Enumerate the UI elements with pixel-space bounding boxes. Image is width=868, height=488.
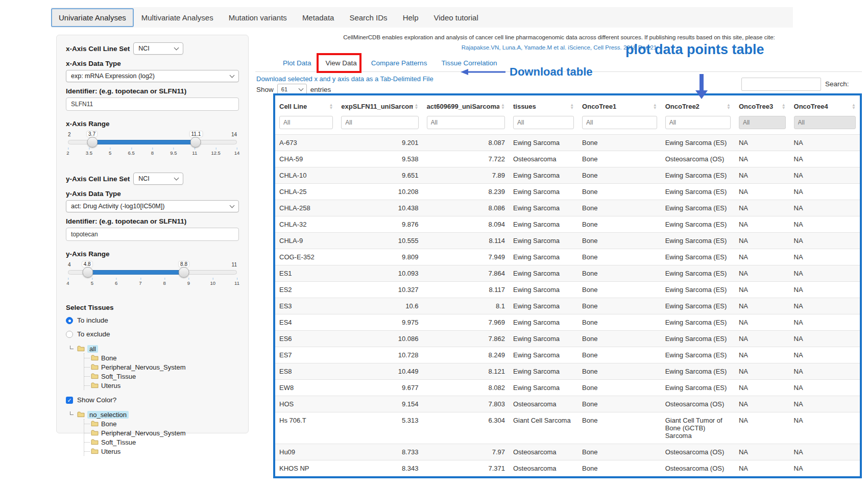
to-exclude-radio[interactable] xyxy=(66,331,73,338)
tab-mutation-variants[interactable]: Mutation variants xyxy=(221,9,295,27)
table-row[interactable]: CHA-599.5387.722OsteosarcomaBoneOsteosar… xyxy=(275,151,860,167)
tab-search-ids[interactable]: Search IDs xyxy=(342,9,395,27)
range-max-label: 11 xyxy=(232,262,237,267)
x-range-slider[interactable]: 2143.711.123.556.589.51112.514 xyxy=(68,132,237,157)
y-identifier-input[interactable] xyxy=(66,228,239,241)
tab-help[interactable]: Help xyxy=(395,9,426,27)
table-row[interactable]: EW89.6778.082Ewing SarcomaBoneEwing Sarc… xyxy=(275,380,860,396)
tree-node-uterus[interactable]: Uterus xyxy=(84,381,239,390)
cell-exp_slfn11: 9.201 xyxy=(337,135,422,151)
download-tab-delimited-link[interactable]: Download selected x and y axis data as a… xyxy=(256,75,433,83)
column-header-oncotree1[interactable]: OncoTree1 xyxy=(578,95,661,115)
column-header-act_609699[interactable]: act609699_uniSarcoma xyxy=(423,95,509,115)
slider-handle-low[interactable] xyxy=(82,267,93,278)
table-row[interactable]: CHLA-109.6517.89Ewing SarcomaBoneEwing S… xyxy=(275,167,860,184)
slider-handle-low[interactable] xyxy=(87,137,98,148)
table-row[interactable]: ES310.68.1Ewing SarcomaBoneEwing Sarcoma… xyxy=(275,298,860,314)
tree-node-uterus[interactable]: Uterus xyxy=(84,447,239,456)
table-row[interactable]: HOS9.1547.803OsteosarcomaBoneOsteosarcom… xyxy=(275,396,860,412)
tab-metadata[interactable]: Metadata xyxy=(295,9,342,27)
column-header-exp_slfn11[interactable]: expSLFN11_uniSarcoma xyxy=(337,95,422,115)
table-row[interactable]: CHLA-910.5558.114Ewing SarcomaBoneEwing … xyxy=(275,233,860,249)
sort-icon[interactable] xyxy=(653,104,657,109)
column-header-oncotree3[interactable]: OncoTree3 xyxy=(735,95,790,115)
subtab-plot-data[interactable]: Plot Data xyxy=(283,59,311,67)
x-identifier-input[interactable] xyxy=(66,97,239,111)
table-row[interactable]: ES110.0937.864Ewing SarcomaBoneEwing Sar… xyxy=(275,265,860,282)
filter-input-oncotree1[interactable] xyxy=(582,116,657,129)
filter-input-oncotree2[interactable] xyxy=(665,116,731,129)
x-cell-line-set-select[interactable]: NCI xyxy=(133,42,183,55)
column-header-oncotree4[interactable]: OncoTree4 xyxy=(790,95,860,115)
cell-tissues: Osteosarcoma xyxy=(509,151,578,167)
table-row[interactable]: COG-E-3529.8097.949Ewing SarcomaBoneEwin… xyxy=(275,249,860,265)
tab-video-tutorial[interactable]: Video tutorial xyxy=(426,9,486,27)
column-header-tissues[interactable]: tissues xyxy=(509,95,578,115)
y-data-type-value: act: Drug Activity (-log10[IC50M]) xyxy=(71,203,164,210)
filter-input-exp_slfn11[interactable] xyxy=(341,116,418,129)
folder-icon xyxy=(91,355,99,361)
cell-cell_line: KHOS NP xyxy=(275,460,337,477)
tree-node-soft_tissue[interactable]: Soft_Tissue xyxy=(84,437,239,447)
cell-exp_slfn11: 10.438 xyxy=(337,200,422,216)
cell-oncotree1: Bone xyxy=(578,265,661,282)
table-row[interactable]: Hu098.7337.97OsteosarcomaBoneOsteosarcom… xyxy=(275,444,860,460)
tab-multivariate-analyses[interactable]: Multivariate Analyses xyxy=(134,9,221,27)
x-data-type-select[interactable]: exp: mRNA Expression (log2) xyxy=(66,70,239,82)
subtab-compare-patterns[interactable]: Compare Patterns xyxy=(371,59,427,67)
cell-oncotree1: Bone xyxy=(578,216,661,233)
table-row[interactable]: CHLA-25810.4388.086Ewing SarcomaBoneEwin… xyxy=(275,200,860,216)
table-row[interactable]: Hs 706.T5.3136.304Giant Cell SarcomaBone… xyxy=(275,412,860,444)
chevron-down-icon xyxy=(298,86,303,91)
sort-icon[interactable] xyxy=(727,104,731,109)
tree-node-peripheral_nervous_system[interactable]: Peripheral_Nervous_System xyxy=(84,362,239,372)
cell-act_609699: 7.89 xyxy=(423,167,509,184)
folder-icon xyxy=(91,439,99,445)
tree-node-soft_tissue[interactable]: Soft_Tissue xyxy=(84,372,239,381)
table-row[interactable]: CHLA-329.8768.094Ewing SarcomaBoneEwing … xyxy=(275,216,860,233)
tree-root-node[interactable]: no_selection xyxy=(70,410,239,419)
slider-handle-high[interactable] xyxy=(190,137,201,148)
y-cell-line-set-select[interactable]: NCI xyxy=(133,173,183,185)
filter-input-tissues[interactable] xyxy=(513,116,574,129)
subtab-tissue-correlation[interactable]: Tissue Correlation xyxy=(441,59,497,67)
cell-oncotree1: Bone xyxy=(578,363,661,380)
cell-oncotree2: Ewing Sarcoma (ES) xyxy=(661,200,735,216)
citation-link[interactable]: Rajapakse.VN, Luna.A, Yamade.M et al. iS… xyxy=(266,44,853,51)
table-row[interactable]: ES49.9757.969Ewing SarcomaBoneEwing Sarc… xyxy=(275,314,860,331)
sort-icon[interactable] xyxy=(329,104,333,109)
tab-univariate-analyses[interactable]: Univariate Analyses xyxy=(51,8,134,27)
column-header-cell_line[interactable]: Cell Line xyxy=(275,95,337,115)
y-data-type-select[interactable]: act: Drug Activity (-log10[IC50M]) xyxy=(66,200,239,212)
table-row[interactable]: CHLA-2510.2088.239Ewing SarcomaBoneEwing… xyxy=(275,184,860,200)
filter-input-cell_line[interactable] xyxy=(279,116,333,129)
slider-ticks: 4567891011 xyxy=(68,278,237,286)
y-range-slider[interactable]: 4114.88.84567891011 xyxy=(68,262,237,287)
sort-icon[interactable] xyxy=(782,104,786,109)
slider-handle-high[interactable] xyxy=(178,267,189,278)
table-row[interactable]: KHOS NP8.3437.371OsteosarcomaBoneOsteosa… xyxy=(275,460,860,477)
to-include-radio[interactable] xyxy=(66,317,73,324)
cell-exp_slfn11: 10.093 xyxy=(337,265,422,282)
sort-icon[interactable] xyxy=(570,104,574,109)
sort-icon[interactable] xyxy=(852,104,856,109)
table-row[interactable]: A-6739.2018.087Ewing SarcomaBoneEwing Sa… xyxy=(275,135,860,151)
tree-node-bone[interactable]: Bone xyxy=(84,353,239,362)
tree-node-bone[interactable]: Bone xyxy=(84,419,239,428)
sort-icon[interactable] xyxy=(415,104,419,109)
cell-oncotree2: Ewing Sarcoma (ES) xyxy=(661,167,735,184)
cell-cell_line: ES4 xyxy=(275,314,337,331)
cell-act_609699: 8.1 xyxy=(423,298,509,314)
table-row[interactable]: ES210.3278.117Ewing SarcomaBoneEwing Sar… xyxy=(275,282,860,298)
sort-icon[interactable] xyxy=(501,104,505,109)
tree-node-peripheral_nervous_system[interactable]: Peripheral_Nervous_System xyxy=(84,428,239,437)
show-color-checkbox[interactable]: ✓ xyxy=(66,397,73,404)
table-row[interactable]: ES610.0867.862Ewing SarcomaBoneEwing Sar… xyxy=(275,331,860,347)
cell-oncotree3: NA xyxy=(735,396,790,412)
tree-root-node[interactable]: all xyxy=(70,344,239,353)
filter-input-act_609699[interactable] xyxy=(427,116,505,129)
cell-oncotree2: Ewing Sarcoma (ES) xyxy=(661,282,735,298)
table-row[interactable]: ES810.4498.121Ewing SarcomaBoneEwing Sar… xyxy=(275,363,860,380)
table-search-input[interactable] xyxy=(741,78,821,91)
table-row[interactable]: ES710.7288.249Ewing SarcomaBoneEwing Sar… xyxy=(275,347,860,363)
